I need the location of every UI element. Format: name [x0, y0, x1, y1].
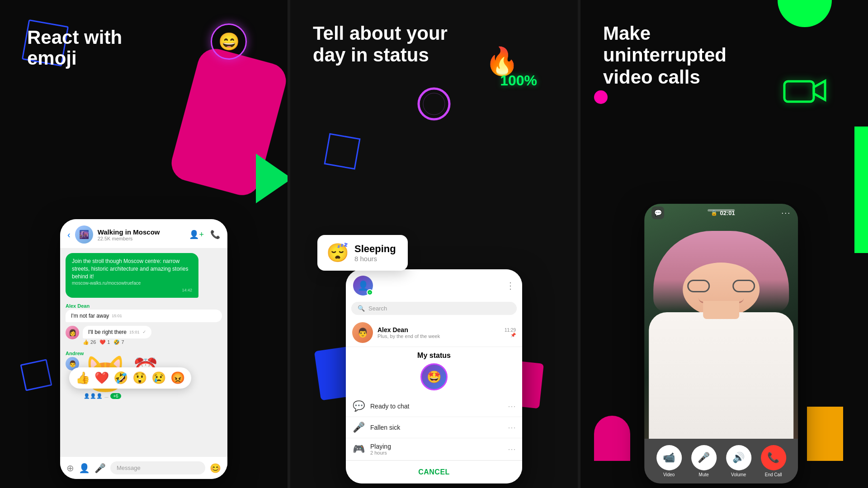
ring-svg	[416, 86, 452, 122]
call-icon[interactable]: 📞	[210, 230, 220, 239]
ring-inner	[423, 93, 445, 115]
status-ready-to-chat[interactable]: 💬 Ready to chat ⋯	[346, 396, 522, 417]
end-call-label: End Call	[765, 472, 782, 477]
contact-meta: 11:29 📌	[505, 328, 516, 338]
end-call-control[interactable]: 📞 End Call	[761, 445, 786, 477]
user-avatar: 👤 +	[353, 276, 373, 296]
status-playing[interactable]: 🎮 Playing 2 hours ⋯	[346, 438, 522, 460]
cancel-button[interactable]: CANCEL	[346, 460, 522, 483]
pin-icon: 📌	[510, 333, 516, 338]
volume-control[interactable]: 🔊 Volume	[726, 445, 751, 477]
chat-button[interactable]: 💬	[651, 206, 664, 219]
chat-input-bar: ⊕ 👤 🎤 Message 😊	[60, 456, 227, 479]
svg-marker-1	[814, 81, 825, 100]
react-wow[interactable]: 😲	[132, 371, 147, 385]
panel2-heading: Tell about your day in status	[313, 23, 471, 66]
emoji-face-icon: 😄	[211, 23, 247, 60]
group-avatar: 🌆	[75, 225, 93, 244]
chat-list-item[interactable]: 👨 Alex Dean Plus, by the end of the week…	[346, 319, 522, 347]
video-button[interactable]: 📹	[656, 445, 682, 470]
sleeping-content: 😴 Sleeping 8 hours	[326, 242, 399, 263]
deco-green-stripe	[854, 127, 868, 253]
gaming-icon: 🎮	[352, 443, 365, 455]
view-count: +6	[110, 393, 121, 399]
panel-emoji: React with emoji 😄 ‹ 🌆 Walking in Moscow…	[0, 0, 288, 488]
avatar-girl: 👩	[66, 326, 79, 339]
deco-green-arrow	[256, 154, 288, 203]
react-angry[interactable]: 😡	[170, 371, 185, 385]
more-button[interactable]: ···	[781, 208, 791, 218]
attach-icon[interactable]: ⊕	[66, 463, 74, 474]
mic-icon[interactable]: 🎤	[94, 463, 106, 474]
search-bar[interactable]: 🔍 Search	[351, 302, 517, 315]
back-arrow-icon[interactable]: ‹	[67, 230, 71, 240]
deco-rect-outline	[324, 133, 360, 169]
call-timer: 🔒 02:01	[711, 210, 735, 216]
volume-button[interactable]: 🔊	[726, 445, 751, 470]
message-input[interactable]: Message	[110, 461, 205, 474]
panel3-heading: Make uninterrupted video calls	[603, 23, 726, 88]
more-icon-playing[interactable]: ⋯	[508, 444, 516, 454]
phone-inner: 👤 + ⋮ 🔍 Search 👨 Alex Dean Plus, by the …	[346, 269, 522, 483]
phone-mockup-2: 👤 + ⋮ 🔍 Search 👨 Alex Dean Plus, by the …	[346, 269, 522, 483]
more-options-icon[interactable]: ⋮	[506, 280, 515, 291]
deco-magenta-circle	[594, 90, 608, 104]
react-thumbs[interactable]: 👍	[75, 371, 90, 385]
glasses-right	[732, 280, 755, 292]
contact-icon[interactable]: 👤	[79, 463, 90, 474]
deco-blue-small-rect	[20, 359, 52, 391]
sender-name-alex: Alex Dean I'm not far away 15:01	[66, 303, 222, 322]
mute-button[interactable]: 🎤	[691, 445, 717, 470]
chat-title-group: Walking in Moscow 22.5K members	[98, 228, 185, 241]
sleeping-emoji: 😴	[326, 242, 349, 263]
react-laugh[interactable]: 🤣	[113, 371, 128, 385]
panel-status: Tell about your day in status 🔥 100% 👤 +…	[290, 0, 578, 488]
emoji-icon[interactable]: 😊	[210, 463, 221, 474]
status-fallen-sick[interactable]: 🎤 Fallen sick ⋯	[346, 417, 522, 438]
more-icon-sick[interactable]: ⋯	[508, 422, 516, 432]
panel-video-calls: Make uninterrupted video calls	[580, 0, 868, 488]
online-dot: +	[367, 289, 373, 296]
chat-bubble-icon: 💬	[352, 400, 365, 412]
person-in-video	[658, 231, 784, 439]
progress-ring	[416, 86, 452, 124]
sick-icon: 🎤	[352, 422, 365, 433]
call-controls: 📹 Video 🎤 Mute 🔊 Volume 📞 End Call	[644, 439, 798, 483]
glasses-left	[687, 280, 710, 292]
playing-duration: 2 hours	[370, 450, 502, 455]
sleeping-text: Sleeping 8 hours	[354, 243, 396, 263]
camera-svg	[782, 75, 827, 106]
react-heart[interactable]: ❤️	[94, 371, 109, 385]
messages-list: Join the stroll though Moscow centre: na…	[60, 249, 227, 456]
header-action-icons[interactable]: 👤+ 📞	[189, 230, 220, 239]
msg-right-there-content: I'll be right there 15:01 ✓ 👍 26 ❤️ 1 🤣 …	[83, 326, 151, 345]
group-name: Walking in Moscow	[98, 228, 185, 236]
reaction-bar[interactable]: 👍 ❤️ 🤣 😲 😢 😡	[69, 367, 191, 389]
camera-neon-icon	[782, 75, 827, 108]
neck	[703, 301, 739, 319]
read-check: ✓	[142, 329, 146, 334]
my-status-section: My status 🤩	[346, 347, 522, 396]
end-call-button[interactable]: 📞	[761, 445, 786, 470]
more-icon-chat[interactable]: ⋯	[508, 401, 516, 411]
search-icon: 🔍	[358, 305, 365, 312]
my-status-avatar: 🤩	[352, 363, 516, 390]
deco-yellow-block	[807, 407, 843, 461]
chat-header: ‹ 🌆 Walking in Moscow 22.5K members 👤+ 📞	[60, 219, 227, 249]
video-control[interactable]: 📹 Video	[656, 445, 682, 477]
svg-rect-0	[784, 81, 814, 102]
video-feed: 💬 🔒 02:01 ···	[644, 204, 798, 439]
deco-green-semicircle	[778, 0, 832, 27]
contact-info: Alex Dean Plus, by the end of the week	[377, 326, 500, 339]
add-member-icon[interactable]: 👤+	[189, 230, 204, 239]
sleeping-popup: 😴 Sleeping 8 hours	[317, 235, 408, 271]
phone-mockup-1: ‹ 🌆 Walking in Moscow 22.5K members 👤+ 📞…	[60, 219, 227, 479]
lock-icon: 🔒	[711, 210, 717, 216]
percent-badge: 100%	[500, 72, 537, 89]
mute-control[interactable]: 🎤 Mute	[691, 445, 717, 477]
react-cry[interactable]: 😢	[151, 371, 166, 385]
playing-info: Playing 2 hours	[370, 443, 502, 455]
reaction-counts: 👍 26 ❤️ 1 🤣 7	[83, 339, 151, 345]
phone-mockup-3: 💬 🔒 02:01 ··· 📹 Video 🎤 Mute 🔊	[644, 204, 798, 483]
my-avatar-img: 🤩	[420, 363, 448, 390]
